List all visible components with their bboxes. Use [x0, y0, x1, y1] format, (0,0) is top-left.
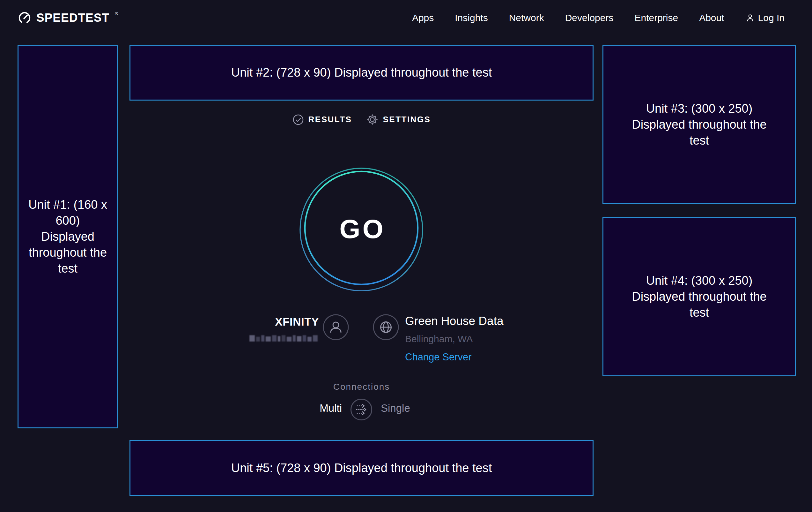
- isp-user-icon: [322, 314, 349, 342]
- connections-single-option[interactable]: Single: [381, 402, 410, 414]
- go-button[interactable]: GO: [299, 167, 424, 291]
- redacted-ip-address: [250, 334, 318, 343]
- nav-item-insights[interactable]: Insights: [455, 12, 488, 23]
- nav-item-network[interactable]: Network: [509, 12, 544, 23]
- nav-item-enterprise[interactable]: Enterprise: [634, 12, 678, 23]
- tab-bar: RESULTS: [129, 114, 593, 126]
- ad-unit-1-label: Unit #1: (160 x 600) Displayed throughou…: [28, 197, 108, 277]
- go-button-label: GO: [299, 167, 424, 291]
- tab-results-label: RESULTS: [309, 115, 352, 125]
- user-icon: [745, 13, 755, 23]
- change-server-link[interactable]: Change Server: [405, 351, 503, 363]
- ad-unit-3-label: Unit #3: (300 x 250) Displayed throughou…: [625, 101, 774, 149]
- connections-multi-option[interactable]: Multi: [273, 402, 342, 414]
- ad-unit-5-label: Unit #5: (728 x 90) Displayed throughout…: [231, 460, 492, 476]
- nav-item-developers[interactable]: Developers: [565, 12, 614, 23]
- ad-unit-4[interactable]: Unit #4: (300 x 250) Displayed throughou…: [603, 217, 796, 376]
- brand-name: SPEEDTEST: [36, 11, 109, 25]
- nav-item-apps[interactable]: Apps: [412, 12, 434, 23]
- isp-name[interactable]: XFINITY: [223, 315, 319, 328]
- brand-trademark: ®: [115, 11, 118, 16]
- ad-unit-2[interactable]: Unit #2: (728 x 90) Displayed throughout…: [129, 45, 593, 101]
- login-button[interactable]: Log In: [745, 12, 785, 23]
- ad-unit-1[interactable]: Unit #1: (160 x 600) Displayed throughou…: [18, 45, 118, 428]
- server-globe-icon: [373, 314, 399, 342]
- login-label: Log In: [758, 12, 785, 23]
- connections-heading: Connections: [129, 382, 593, 392]
- tab-results[interactable]: RESULTS: [292, 114, 352, 126]
- check-circle-icon: [292, 114, 304, 126]
- tab-settings[interactable]: SETTINGS: [367, 114, 431, 126]
- speedtest-logo[interactable]: SPEEDTEST ®: [18, 11, 118, 25]
- ad-unit-2-label: Unit #2: (728 x 90) Displayed throughout…: [231, 64, 492, 80]
- ad-unit-3[interactable]: Unit #3: (300 x 250) Displayed throughou…: [603, 45, 796, 204]
- gauge-logo-icon: [18, 11, 31, 25]
- ad-unit-5[interactable]: Unit #5: (728 x 90) Displayed throughout…: [129, 440, 593, 496]
- gear-icon: [367, 114, 378, 126]
- tab-settings-label: SETTINGS: [383, 115, 431, 125]
- connections-toggle-icon[interactable]: [350, 398, 373, 421]
- server-info: Green House Data Bellingham, WA Change S…: [405, 315, 503, 363]
- server-name[interactable]: Green House Data: [405, 315, 503, 328]
- nav-item-about[interactable]: About: [699, 12, 724, 23]
- top-navigation: SPEEDTEST ® Apps Insights Network Develo…: [0, 0, 812, 36]
- ad-unit-4-label: Unit #4: (300 x 250) Displayed throughou…: [625, 273, 774, 321]
- nav-links: Apps Insights Network Developers Enterpr…: [412, 12, 785, 23]
- server-location: Bellingham, WA: [405, 333, 503, 344]
- speedtest-page: SPEEDTEST ® Apps Insights Network Develo…: [0, 0, 812, 512]
